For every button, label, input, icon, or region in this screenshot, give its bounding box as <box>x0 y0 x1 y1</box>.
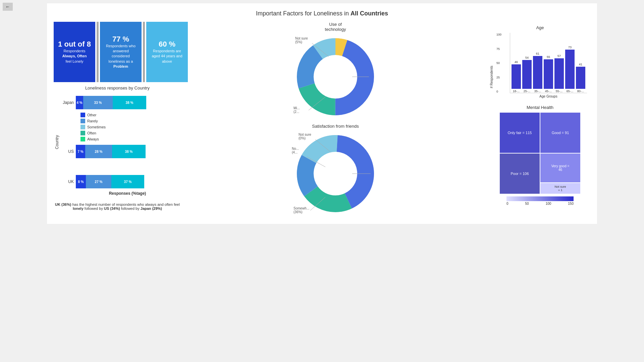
age-bar-45-rect <box>544 59 553 89</box>
treemap-cell-verygood: Very good =46 <box>540 154 580 182</box>
legend-label-often: Often <box>87 131 96 135</box>
age-bar-35: 61 35-... <box>533 52 542 93</box>
top-stats: 1 out of 8 Respondents Always, Often fee… <box>54 22 188 82</box>
age-chart-title: Age <box>493 25 587 30</box>
bar-legend: Other Rarely Sometimes <box>80 113 181 141</box>
donut2-svg <box>292 130 379 217</box>
age-bar-25: 54 25-... <box>522 56 532 93</box>
treemap-cell-good: Good = 91 <box>540 113 580 153</box>
middle-section: Use oftechnology <box>181 22 490 217</box>
treemap-cell-onlyfair: Only fair = 115 <box>500 113 540 153</box>
loneliness-chart-title: Loneliness responses by Country <box>54 85 181 90</box>
us-bar: 7 % 28 % 38 % <box>76 145 146 158</box>
treemap-gradient-bar <box>506 196 574 201</box>
us-seg-sometimes: 38 % <box>112 145 146 158</box>
japan-seg-other: 4 % <box>76 96 83 109</box>
legend-item-always: Always <box>80 137 181 141</box>
age-x-axis-label: Age Groups <box>510 95 587 98</box>
stat-2-small: Respondents who answered considered lone… <box>104 44 138 69</box>
treemap-legend-150: 150 <box>568 202 574 205</box>
age-bar-18: 46 18-... <box>512 60 521 93</box>
japan-seg-sometimes: 38 % <box>113 96 146 109</box>
age-bar-55: 57 55-... <box>554 54 564 93</box>
responses-x-axis-label: Responses (%tage) <box>74 191 181 196</box>
legend-label-sometimes: Sometimes <box>87 125 106 129</box>
age-chart: Age # Respondents 0 25 50 75 100 <box>490 22 590 102</box>
age-y-axis-label: # Respondents <box>490 66 493 88</box>
bottom-note: UK (36%) has the highest number of respo… <box>54 202 181 210</box>
legend-item-other: Other <box>80 113 181 117</box>
stat-1-small: Respondents Always, Often feel Lonely <box>62 49 87 64</box>
age-bar-18-rect <box>512 64 521 89</box>
table-row: Japan 4 % 33 % 38 % <box>60 96 181 109</box>
uk-seg-sometimes: 37 % <box>111 175 144 188</box>
age-bar-35-rect <box>533 56 542 89</box>
donut1-label-mi: Mi...(2... <box>293 106 300 114</box>
loneliness-chart: Loneliness responses by Country Country … <box>54 85 181 196</box>
treemap-legend-100: 100 <box>546 202 551 205</box>
legend-item-often: Often <box>80 131 181 135</box>
uk-seg-other: 8 % <box>76 175 86 188</box>
country-label-us: US <box>60 149 74 154</box>
treemap-cell-notsure: Not sure= 1 <box>540 183 580 194</box>
age-bar-55-rect <box>554 58 564 89</box>
use-of-technology-chart: Use oftechnology <box>292 22 379 120</box>
satisfaction-title: Satisfaction from friends <box>312 124 359 129</box>
legend-label-other: Other <box>87 113 97 117</box>
satisfaction-chart: Satisfaction from friends <box>292 124 379 217</box>
legend-label-always: Always <box>87 137 99 141</box>
donut2-label-notsure: Not sure(0%) <box>299 133 311 140</box>
japan-bar: 4 % 33 % 38 % <box>76 96 146 109</box>
country-label-uk: UK <box>60 179 74 184</box>
us-seg-other: 7 % <box>76 145 85 158</box>
donut2-label-no: No...(4... <box>292 147 299 154</box>
legend-item-rarely: Rarely <box>80 119 181 123</box>
country-y-axis-label: Country <box>55 135 59 149</box>
us-seg-rarely: 28 % <box>85 145 112 158</box>
legend-item-sometimes: Sometimes <box>80 125 181 129</box>
age-bar-25-rect <box>522 60 532 89</box>
svg-point-16 <box>314 152 357 195</box>
stat-3-small: Respondents are aged 44 years and above <box>150 49 184 64</box>
back-button[interactable]: ← <box>3 3 13 11</box>
donut1-svg <box>292 33 379 120</box>
stat-box-1: 1 out of 8 Respondents Always, Often fee… <box>54 22 95 82</box>
stat-1-big: 1 out of 8 <box>58 40 91 49</box>
age-bar-65: 73 65-... <box>565 46 575 93</box>
page-title: Important Factors for Loneliness in All … <box>54 10 590 17</box>
table-row: UK 8 % 27 % 37 % <box>60 175 181 188</box>
age-bar-65-rect <box>565 50 575 89</box>
table-row: US 7 % 28 % 38 % <box>60 145 181 158</box>
mental-health-chart: Mental Health Only fair = 115 Good = 91 … <box>490 102 590 209</box>
age-bar-80: 41 80-... <box>576 63 585 93</box>
use-of-tech-title: Use oftechnology <box>325 22 346 32</box>
stat-2-big: 77 % <box>112 35 129 44</box>
treemap-legend-0: 0 <box>506 202 508 205</box>
stat-3-big: 60 % <box>159 40 175 49</box>
mental-health-title: Mental Health <box>493 105 587 110</box>
age-bar-80-rect <box>576 67 585 89</box>
treemap-cell-poor: Poor = 106 <box>500 154 540 194</box>
treemap-legend-50: 50 <box>525 202 529 205</box>
left-section: 1 out of 8 Respondents Always, Often fee… <box>54 22 181 217</box>
japan-seg-rarely: 33 % <box>83 96 113 109</box>
uk-bar: 8 % 27 % 37 % <box>76 175 144 188</box>
stat-box-2: 77 % Respondents who answered considered… <box>100 22 142 82</box>
right-section: Age # Respondents 0 25 50 75 100 <box>490 22 590 217</box>
legend-label-rarely: Rarely <box>87 119 98 123</box>
country-label-japan: Japan <box>60 100 74 105</box>
svg-point-6 <box>314 55 357 98</box>
uk-seg-rarely: 27 % <box>86 175 111 188</box>
donut2-label-somewh: Somewh...(36%) <box>293 206 309 214</box>
donut1-label-notsure: Not sure(5%) <box>295 37 308 44</box>
age-bar-45: 55 45-... <box>544 55 553 93</box>
